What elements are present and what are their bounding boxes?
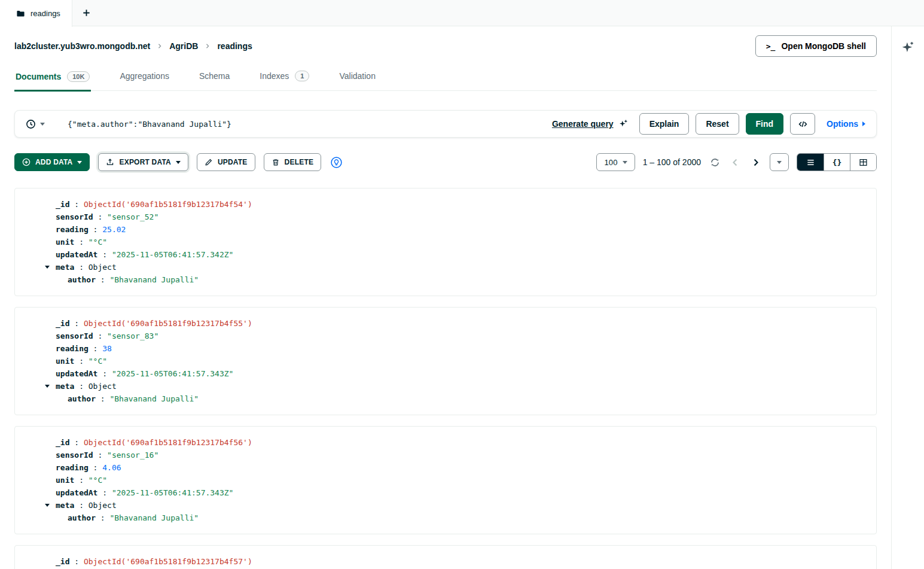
list-view-button[interactable] bbox=[797, 154, 824, 171]
chevron-right-icon bbox=[205, 43, 211, 49]
export-data-label: EXPORT DATA bbox=[119, 158, 170, 166]
plus-icon bbox=[82, 8, 91, 17]
explain-button[interactable]: Explain bbox=[639, 113, 690, 135]
document-card[interactable]: _idObjectId('690af1b5181f9b12317b4f56') … bbox=[14, 426, 877, 534]
next-page-button[interactable] bbox=[749, 156, 762, 169]
field-key: updatedAt bbox=[56, 369, 112, 378]
chevron-down-icon bbox=[623, 161, 627, 164]
tab-label: Aggregations bbox=[120, 71, 169, 81]
add-data-button[interactable]: ADD DATA bbox=[14, 153, 90, 171]
field-key: sensorId bbox=[56, 451, 107, 460]
workspace-tab-readings[interactable]: readings bbox=[0, 0, 72, 27]
field-value: 4.06 bbox=[102, 463, 121, 472]
workspace-tab-bar: readings bbox=[0, 0, 924, 26]
insights-bulb-icon[interactable] bbox=[331, 157, 342, 168]
pencil-icon bbox=[205, 158, 213, 166]
field-value: Object bbox=[89, 501, 117, 510]
collapse-caret-icon[interactable] bbox=[45, 266, 50, 269]
breadcrumb-item-database[interactable]: AgriDB bbox=[169, 41, 198, 51]
clock-icon bbox=[26, 119, 36, 129]
field-value: "Bhavanand Jupalli" bbox=[109, 275, 199, 284]
plus-circle-icon bbox=[22, 158, 31, 166]
refresh-button[interactable] bbox=[709, 156, 721, 169]
code-icon bbox=[798, 119, 808, 129]
field-key: unit bbox=[56, 357, 89, 366]
tab-label: Schema bbox=[199, 71, 230, 81]
field-value: "Bhavanand Jupalli" bbox=[109, 394, 199, 403]
collapse-caret-icon[interactable] bbox=[45, 385, 50, 388]
document-card[interactable]: _idObjectId('690af1b5181f9b12317b4f54') … bbox=[14, 188, 877, 296]
indexes-count-badge: 1 bbox=[295, 71, 309, 81]
table-view-button[interactable] bbox=[850, 154, 876, 171]
field-key: meta bbox=[56, 382, 89, 391]
tab-label: Indexes bbox=[260, 71, 289, 81]
field-key: unit bbox=[56, 476, 89, 485]
reset-button[interactable]: Reset bbox=[696, 113, 739, 135]
field-key: author bbox=[68, 275, 109, 284]
field-key: meta bbox=[56, 263, 89, 272]
field-key: reading bbox=[56, 463, 102, 472]
find-label: Find bbox=[756, 119, 774, 129]
field-key: reading bbox=[56, 225, 102, 234]
ai-sparkle-button[interactable] bbox=[901, 41, 914, 54]
reset-label: Reset bbox=[706, 119, 728, 129]
collection-tabs: Documents 10K Aggregations Schema Indexe… bbox=[14, 66, 877, 91]
prev-page-button[interactable] bbox=[729, 156, 742, 169]
tab-aggregations[interactable]: Aggregations bbox=[118, 66, 170, 90]
field-value: "°C" bbox=[89, 357, 107, 366]
field-value: 25.02 bbox=[102, 225, 126, 234]
field-value: "2025-11-05T06:41:57.342Z" bbox=[112, 250, 234, 259]
breadcrumb-item-collection[interactable]: readings bbox=[217, 41, 252, 51]
generate-query-link[interactable]: Generate query bbox=[552, 119, 628, 129]
find-button[interactable]: Find bbox=[746, 113, 784, 135]
tab-label: Documents bbox=[16, 72, 61, 81]
generate-query-label: Generate query bbox=[552, 119, 614, 129]
options-label: Options bbox=[827, 119, 858, 129]
field-key: reading bbox=[56, 344, 102, 353]
workspace-tab-label: readings bbox=[31, 9, 60, 18]
field-value: "2025-11-05T06:41:57.343Z" bbox=[112, 488, 234, 497]
field-value: ObjectId('690af1b5181f9b12317b4f54') bbox=[84, 200, 252, 209]
tab-schema[interactable]: Schema bbox=[198, 66, 231, 90]
field-value: "Bhavanand Jupalli" bbox=[109, 513, 199, 522]
field-value: "sensor_83" bbox=[107, 331, 158, 340]
collection-workspace: lab2cluster.yub3wro.mongodb.net AgriDB r… bbox=[0, 26, 891, 569]
folder-icon bbox=[16, 9, 25, 18]
chevron-right-icon bbox=[157, 43, 163, 49]
shell-button-label: Open MongoDB shell bbox=[781, 41, 866, 51]
open-mongodb-shell-button[interactable]: >_ Open MongoDB shell bbox=[755, 35, 877, 57]
list-view-icon bbox=[806, 158, 815, 167]
tab-documents[interactable]: Documents 10K bbox=[14, 66, 91, 92]
field-key: updatedAt bbox=[56, 488, 112, 497]
options-button[interactable]: Options bbox=[827, 119, 865, 129]
delete-button[interactable]: DELETE bbox=[264, 153, 322, 171]
field-key: sensorId bbox=[56, 212, 107, 221]
chevron-down-icon bbox=[176, 161, 181, 164]
query-history-button[interactable] bbox=[26, 119, 45, 129]
tab-label: Validation bbox=[339, 71, 375, 81]
new-tab-button[interactable] bbox=[72, 0, 100, 26]
field-key: sensorId bbox=[56, 331, 107, 340]
code-view-button[interactable] bbox=[790, 113, 815, 135]
page-size-select[interactable]: 100 bbox=[596, 153, 635, 171]
tab-validation[interactable]: Validation bbox=[338, 66, 376, 90]
expand-collapse-dropdown[interactable] bbox=[770, 153, 789, 171]
view-toggle: {} bbox=[797, 153, 877, 171]
breadcrumb-item-cluster[interactable]: lab2cluster.yub3wro.mongodb.net bbox=[14, 41, 150, 51]
field-value: ObjectId('690af1b5181f9b12317b4f56') bbox=[84, 438, 252, 447]
breadcrumb: lab2cluster.yub3wro.mongodb.net AgriDB r… bbox=[14, 41, 252, 51]
query-input[interactable]: {"meta.author":"Bhavanand Jupalli"} bbox=[68, 120, 231, 129]
trash-icon bbox=[272, 158, 280, 166]
field-key: unit bbox=[56, 238, 89, 247]
json-view-button[interactable]: {} bbox=[824, 154, 850, 171]
chevron-down-icon bbox=[77, 161, 82, 164]
documents-toolbar: ADD DATA EXPORT DATA UPDATE D bbox=[14, 153, 877, 171]
tab-indexes[interactable]: Indexes 1 bbox=[258, 66, 310, 90]
field-key: meta bbox=[56, 501, 89, 510]
collapse-caret-icon[interactable] bbox=[45, 504, 50, 507]
document-card[interactable]: _idObjectId('690af1b5181f9b12317b4f55') … bbox=[14, 307, 877, 415]
export-data-button[interactable]: EXPORT DATA bbox=[98, 153, 188, 171]
document-card[interactable]: _idObjectId('690af1b5181f9b12317b4f57') … bbox=[14, 545, 877, 569]
add-data-label: ADD DATA bbox=[35, 158, 72, 166]
update-button[interactable]: UPDATE bbox=[197, 153, 255, 171]
